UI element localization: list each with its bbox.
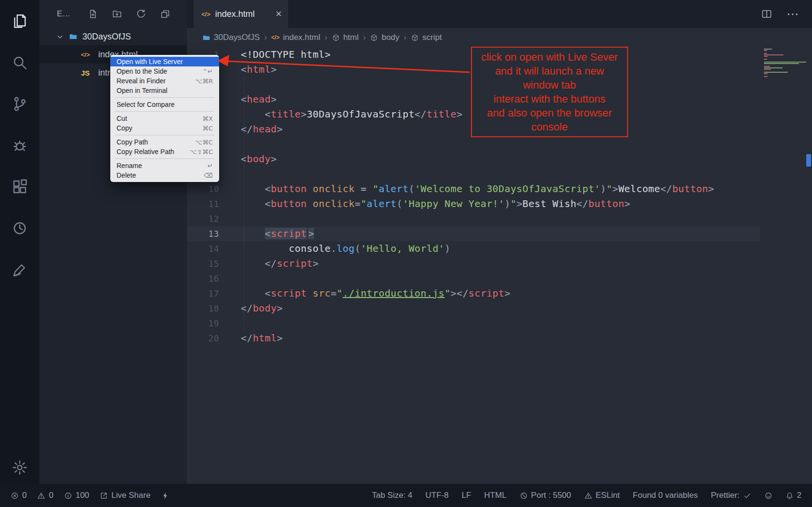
code-line-14[interactable]: 14 console.log('Hello, World'): [187, 241, 760, 256]
status-2[interactable]: 2: [786, 491, 801, 500]
menu-item-label: Reveal in Finder: [117, 77, 166, 85]
minimap-line: [764, 75, 807, 76]
overview-ruler-marker[interactable]: [806, 154, 811, 167]
tab-actions: ⋯: [761, 0, 812, 28]
menu-item-shortcut: ⌃↵: [202, 68, 213, 75]
status-lf[interactable]: LF: [461, 491, 471, 500]
menu-item-label: Copy Relative Path: [117, 148, 174, 156]
breadcrumb: 30DaysOfJS›</>index.html›html›body›scrip…: [187, 28, 812, 47]
annotation-line: console: [473, 120, 626, 134]
search-icon[interactable]: [11, 54, 28, 71]
tab-bar: </> index.html × ⋯: [187, 0, 812, 28]
menu-item-label: Open in Terminal: [117, 87, 168, 94]
minimap-line: [764, 63, 799, 64]
code-line-13[interactable]: 13 <script>: [187, 226, 760, 241]
close-icon[interactable]: ×: [275, 9, 282, 19]
minimap[interactable]: [764, 49, 807, 78]
status-0[interactable]: 0: [11, 491, 26, 500]
menu-item-open-in-terminal[interactable]: Open in Terminal: [110, 86, 219, 95]
explorer-icon[interactable]: [11, 13, 28, 30]
status-tab-size-4[interactable]: Tab Size: 4: [372, 491, 412, 500]
new-file-icon[interactable]: [88, 9, 98, 19]
line-number: 19: [187, 316, 219, 331]
menu-item-reveal-in-finder[interactable]: Reveal in Finder⌥⌘R: [110, 76, 219, 86]
line-number: 13: [187, 226, 219, 241]
breadcrumb-index-html[interactable]: </>index.html: [271, 33, 320, 42]
code-line-8[interactable]: 8<body>: [187, 152, 760, 167]
breadcrumb-label: script: [422, 33, 442, 42]
minimap-line: [764, 69, 771, 70]
explorer-actions: [88, 9, 170, 19]
menu-item-label: Open to the Side: [117, 67, 167, 75]
code-line-12[interactable]: 12: [187, 211, 760, 226]
chevron-down-icon: [56, 33, 64, 41]
breadcrumb-html[interactable]: html: [332, 33, 359, 42]
code-line-17[interactable]: 17 <script src="./introduction.js"></scr…: [187, 286, 760, 301]
breadcrumb-separator: ›: [325, 33, 327, 42]
line-number: 15: [187, 256, 219, 271]
status-eslint[interactable]: ESLint: [584, 491, 620, 500]
extensions-icon[interactable]: [11, 178, 28, 195]
code-line-10[interactable]: 10 <button onclick = "alert('Welcome to …: [187, 182, 760, 196]
menu-item-open-to-the-side[interactable]: Open to the Side⌃↵: [110, 66, 219, 76]
activity-bar: [0, 0, 39, 484]
code-line-7[interactable]: 7: [187, 137, 760, 152]
split-editor-icon[interactable]: [761, 8, 773, 20]
status-smiley[interactable]: [764, 492, 773, 500]
menu-item-rename[interactable]: Rename↵: [110, 161, 219, 170]
refresh-icon[interactable]: [136, 9, 146, 19]
status-100[interactable]: 100: [64, 491, 89, 500]
status-found-0-variables[interactable]: Found 0 variables: [633, 491, 698, 500]
code-line-18[interactable]: 18</body>: [187, 301, 760, 316]
new-folder-icon[interactable]: [112, 9, 122, 19]
menu-item-copy-relative-path[interactable]: Copy Relative Path⌥⇧⌘C: [110, 147, 219, 156]
menu-item-shortcut: ↵: [208, 162, 213, 169]
settings-icon[interactable]: [11, 459, 28, 476]
menu-item-select-for-compare[interactable]: Select for Compare: [110, 100, 219, 109]
warning-icon: [37, 492, 45, 500]
status-live-share[interactable]: Live Share: [100, 491, 150, 500]
breadcrumb-body[interactable]: body: [370, 33, 399, 42]
code-file-icon: </>: [271, 34, 279, 41]
breadcrumb-script[interactable]: script: [411, 33, 442, 42]
status-0[interactable]: 0: [37, 491, 53, 500]
code-line-19[interactable]: 19: [187, 316, 760, 331]
breadcrumb-separator: ›: [404, 33, 406, 42]
tab-index-html[interactable]: </> index.html ×: [194, 0, 289, 28]
more-actions-icon[interactable]: ⋯: [787, 8, 799, 20]
status-utf-8[interactable]: UTF-8: [425, 491, 448, 500]
minimap-line: [764, 62, 806, 63]
line-number: 10: [187, 182, 219, 196]
breadcrumb-30daysofjs[interactable]: 30DaysOfJS: [202, 33, 260, 42]
menu-item-copy[interactable]: Copy⌘C: [110, 123, 219, 133]
activity-top: [11, 13, 28, 278]
feedback-icon[interactable]: [11, 261, 28, 278]
menu-item-cut[interactable]: Cut⌘X: [110, 114, 219, 123]
code-line-9[interactable]: 9: [187, 167, 760, 182]
minimap-line: [764, 65, 807, 65]
collapse-all-icon[interactable]: [160, 9, 170, 19]
timeline-icon[interactable]: [11, 220, 28, 237]
code-line-20[interactable]: 20</html>: [187, 331, 760, 346]
menu-item-label: Rename: [117, 162, 142, 169]
vscode-window: E… 30DaysOfJS </>index.htmlJSintroductio…: [0, 0, 812, 507]
folder-row-30daysofjs[interactable]: 30DaysOfJS: [39, 28, 187, 45]
code-line-11[interactable]: 11 <button onclick="alert('Happy New Yea…: [187, 196, 760, 211]
status-lightning[interactable]: [161, 492, 170, 500]
indent-guide: [244, 77, 244, 331]
status-prettier[interactable]: Prettier:: [711, 491, 751, 500]
debug-icon[interactable]: [11, 137, 28, 154]
minimap-line: [764, 50, 767, 51]
minimap-line: [764, 76, 768, 77]
code-line-16[interactable]: 16: [187, 271, 760, 286]
menu-item-shortcut: ⌥⌘C: [195, 139, 213, 146]
source-control-icon[interactable]: [11, 95, 28, 113]
smiley-icon: [764, 492, 773, 500]
minimap-line: [764, 66, 770, 67]
menu-item-copy-path[interactable]: Copy Path⌥⌘C: [110, 137, 219, 147]
menu-item-open-with-live-server[interactable]: Open with Live Server: [110, 57, 219, 66]
menu-item-delete[interactable]: Delete⌫: [110, 170, 219, 180]
status-html[interactable]: HTML: [484, 491, 506, 500]
status-port-5500[interactable]: Port : 5500: [520, 491, 571, 500]
code-line-15[interactable]: 15 </script>: [187, 256, 760, 271]
